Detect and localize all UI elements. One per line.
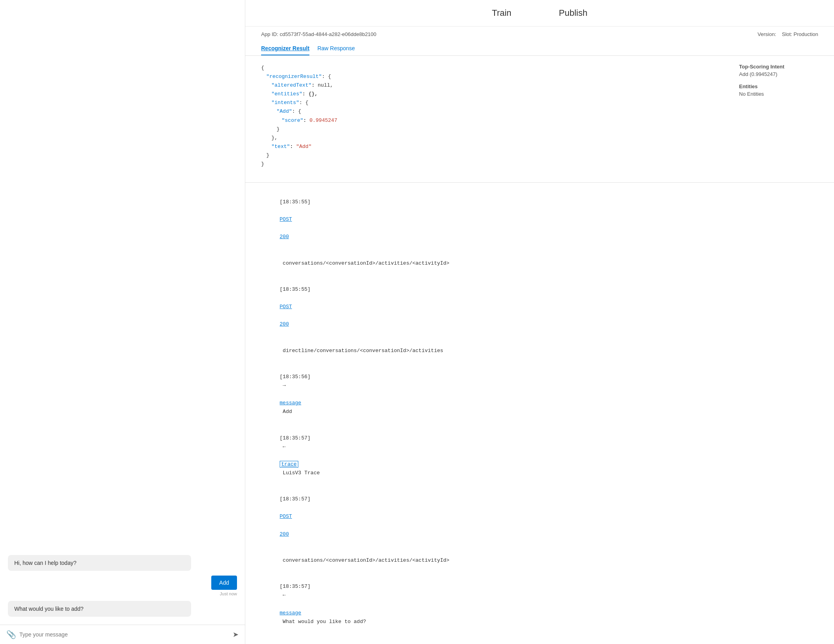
chat-input-area: 📎 ➤: [0, 625, 245, 644]
json-line: "text": "Add": [261, 142, 723, 151]
json-line: "Add": {: [261, 107, 723, 116]
chat-panel: Hi, how can I help today? Add Just now W…: [0, 0, 245, 644]
bot-message-2: What would you like to add?: [8, 601, 191, 617]
log-200-link[interactable]: 200: [280, 531, 289, 537]
intent-sidebar: Top-Scoring Intent Add (0.9945247) Entit…: [739, 64, 818, 174]
send-icon[interactable]: ➤: [233, 630, 239, 639]
train-button[interactable]: Train: [492, 8, 511, 18]
app-id-row: App ID: cd5573f7-55ad-4844-a282-e06dde8b…: [245, 27, 834, 42]
json-line: "alteredText": null,: [261, 81, 723, 90]
log-line: [18:35:55] POST 200: [261, 277, 818, 338]
entities-label: Entities: [739, 83, 818, 89]
log-post-link[interactable]: POST: [280, 513, 292, 519]
recognizer-content: { "recognizerResult": { "alteredText": n…: [245, 56, 834, 182]
log-line: [18:35:57] ← trace LuisV3 Trace: [261, 425, 818, 487]
log-message-link[interactable]: message: [280, 400, 301, 406]
version-slot: Version: Slot: Production: [758, 31, 818, 37]
bot-message-1: Hi, how can I help today?: [8, 555, 191, 571]
log-200-link[interactable]: 200: [280, 234, 289, 240]
log-line: [18:35:57] POST 200: [261, 635, 818, 644]
json-line: "recognizerResult": {: [261, 72, 723, 81]
log-line: conversations/<conversationId>/activitie…: [261, 250, 818, 277]
log-200-link[interactable]: 200: [280, 321, 289, 327]
log-section: [18:35:55] POST 200 conversations/<conve…: [245, 183, 834, 644]
log-line: [18:35:56] → message Add: [261, 364, 818, 425]
log-line: [18:35:57] ← message What would you like…: [261, 574, 818, 635]
top-scoring-value: Add (0.9945247): [739, 71, 818, 77]
log-line: [18:35:57] POST 200: [261, 486, 818, 547]
json-line: "intents": {: [261, 98, 723, 107]
json-line: {: [261, 64, 723, 72]
json-line: "entities": {},: [261, 90, 723, 98]
user-message-time: Just now: [220, 591, 237, 596]
chat-messages: Hi, how can I help today? Add Just now W…: [0, 0, 245, 625]
log-post-link[interactable]: POST: [280, 216, 292, 222]
right-panel: Train Publish App ID: cd5573f7-55ad-4844…: [245, 0, 834, 644]
recognizer-tabs: Recognizer Result Raw Response: [245, 42, 834, 56]
log-post-link[interactable]: POST: [280, 304, 292, 310]
attach-icon[interactable]: 📎: [6, 630, 16, 639]
top-section: Train Publish App ID: cd5573f7-55ad-4844…: [245, 0, 834, 183]
log-message-link2[interactable]: message: [280, 610, 301, 616]
user-message-add[interactable]: Add: [211, 576, 237, 590]
log-line: conversations/<conversationId>/activitie…: [261, 547, 818, 574]
json-line: }: [261, 160, 723, 169]
chat-input[interactable]: [19, 631, 229, 638]
train-publish-row: Train Publish: [245, 0, 834, 27]
tab-recognizer-result[interactable]: Recognizer Result: [261, 42, 309, 55]
user-message-row: Add Just now: [8, 576, 237, 596]
json-line: "score": 0.9945247: [261, 116, 723, 125]
top-scoring-label: Top-Scoring Intent: [739, 64, 818, 70]
json-line: }: [261, 125, 723, 134]
log-trace-link[interactable]: trace: [280, 461, 298, 468]
tab-raw-response[interactable]: Raw Response: [317, 42, 355, 55]
log-line: [18:35:55] POST 200: [261, 189, 818, 250]
json-line: }: [261, 151, 723, 160]
json-block: { "recognizerResult": { "alteredText": n…: [261, 64, 723, 174]
log-line: directline/conversations/<conversationId…: [261, 338, 818, 364]
publish-button[interactable]: Publish: [559, 8, 588, 18]
app-id-info: App ID: cd5573f7-55ad-4844-a282-e06dde8b…: [261, 31, 376, 37]
json-line: },: [261, 134, 723, 142]
entities-value: No Entities: [739, 91, 818, 97]
